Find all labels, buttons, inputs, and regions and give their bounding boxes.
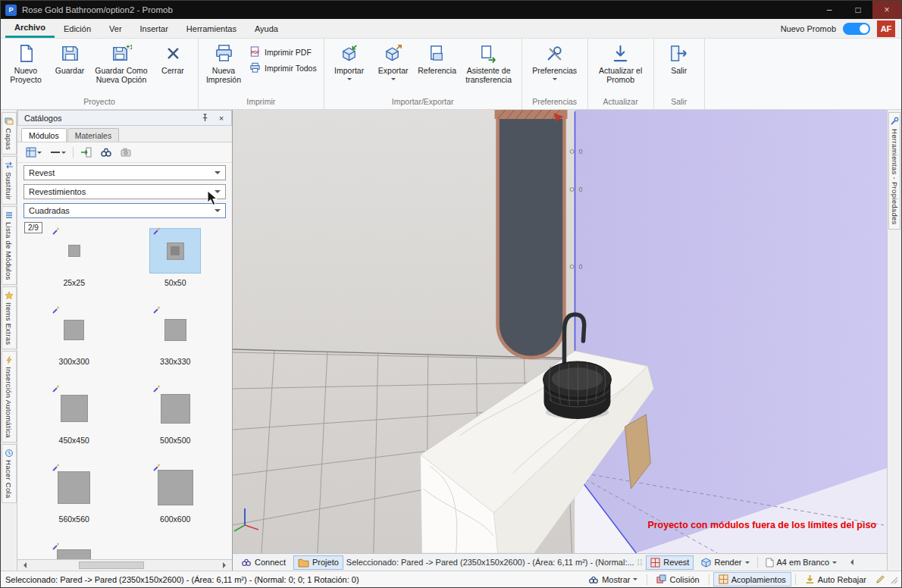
tab-modulos[interactable]: Módulos	[21, 128, 67, 142]
catalog-filter-level2[interactable]: Revestimientos	[23, 184, 226, 199]
separator	[757, 557, 758, 568]
scrollbar-track[interactable]	[30, 560, 220, 571]
catalog-header: Catálogos ×	[17, 110, 232, 126]
wand-icon	[52, 384, 61, 393]
wand-icon	[52, 227, 61, 236]
acoplamientos-button[interactable]: Acoplamientos	[713, 572, 791, 586]
update-promob-button[interactable]: Actualizar el Promob	[591, 41, 650, 95]
preferences-button[interactable]: Preferencias	[525, 41, 584, 95]
catalog-tile-500x500[interactable]: 500x500	[125, 386, 227, 458]
reference-button[interactable]: Referencia	[415, 41, 459, 95]
snap-icon	[719, 574, 728, 584]
connect-button[interactable]: Connect	[236, 555, 290, 570]
collision-icon	[656, 574, 666, 584]
print-all-button[interactable]: Imprimir Todos	[247, 61, 319, 74]
catalog-horizontal-scrollbar[interactable]	[17, 559, 232, 571]
a4-em-branco-button[interactable]: A4 em Branco	[761, 555, 842, 570]
exit-button[interactable]: Salir	[657, 41, 701, 95]
auto-rebajar-button[interactable]: Auto Rebajar	[800, 572, 872, 586]
catalog-tile-25x25[interactable]: 25x25	[23, 229, 125, 301]
save-as-new-option-button[interactable]: +1 Guardar Como Nueva Opción	[92, 41, 151, 95]
insert-module-button[interactable]	[77, 145, 96, 160]
menu-herramientas[interactable]: Herramientas	[177, 19, 246, 38]
catalog-view-button[interactable]	[22, 145, 45, 160]
pin-icon[interactable]	[199, 112, 211, 124]
mostrar-button[interactable]: Mostrar	[583, 572, 643, 587]
ribbon-group-label: Preferencias	[522, 95, 587, 109]
bar-scroll-left[interactable]	[844, 554, 857, 571]
svg-text:PDF: PDF	[252, 50, 259, 55]
print-pdf-button[interactable]: PDF Imprimir PDF	[247, 45, 319, 58]
catalog-tile-450x450[interactable]: 450x450	[23, 386, 125, 458]
catalog-tile-600x600[interactable]: 600x600	[125, 465, 227, 537]
binoculars-icon	[100, 146, 112, 158]
lightning-icon	[5, 355, 14, 364]
new-project-button[interactable]: Nuevo Proyecto	[4, 41, 48, 95]
minimize-button[interactable]: –	[815, 1, 844, 19]
menu-edicion[interactable]: Edición	[55, 19, 100, 38]
line-style-button[interactable]	[46, 145, 69, 160]
nuevo-promob-toggle[interactable]	[843, 23, 870, 35]
separator	[795, 574, 796, 585]
sidebar-tab-capas[interactable]: Capas	[2, 112, 17, 155]
scroll-left-button[interactable]	[17, 560, 30, 571]
sidebar-tab-herramientas-propiedades[interactable]: Herramientas - Propiedades	[888, 112, 900, 230]
import-button[interactable]: Importar	[327, 41, 371, 95]
svg-text:0: 0	[578, 263, 582, 271]
catalog-tile-560x560[interactable]: 560x560	[23, 465, 125, 537]
separator	[73, 147, 74, 158]
maximize-button[interactable]: □	[844, 1, 872, 19]
new-page-icon	[16, 43, 36, 64]
menu-insertar[interactable]: Insertar	[131, 19, 177, 38]
render-button[interactable]: Render	[697, 555, 753, 570]
resize-grip[interactable]	[889, 575, 898, 584]
tools-icon	[544, 43, 565, 64]
pencil-icon[interactable]	[875, 574, 885, 584]
ribbon-group-proyecto: Nuevo Proyecto Guardar +1 Guardar Como N…	[1, 39, 199, 109]
catalog-tile-partial[interactable]	[23, 544, 125, 559]
photo-button[interactable]	[117, 145, 135, 160]
scrollbar-thumb[interactable]	[79, 561, 143, 569]
catalog-tile-300x300[interactable]: 300x300	[23, 308, 125, 380]
menu-archivo[interactable]: Archivo	[5, 19, 55, 38]
menu-ver[interactable]: Ver	[100, 19, 131, 38]
main-area: Capas Sustituir Lista de Módulos Items E…	[1, 110, 901, 571]
catalog-tile-50x50[interactable]: 50x50	[125, 229, 227, 301]
save-button[interactable]: Guardar	[48, 41, 92, 95]
search-button[interactable]	[97, 145, 115, 160]
catalog-tile-330x330[interactable]: 330x330	[125, 308, 227, 380]
close-panel-icon[interactable]: ×	[215, 112, 227, 124]
wand-icon	[52, 463, 61, 472]
tile-grid: 25x25 50x50 300x30	[17, 220, 232, 559]
sidebar-tab-lista-de-modulos[interactable]: Lista de Módulos	[2, 206, 17, 285]
insert-icon	[80, 146, 92, 158]
menu-ayuda[interactable]: Ayuda	[246, 19, 287, 38]
catalog-filter-level1[interactable]: Revest	[23, 165, 226, 180]
transfer-wizard-button[interactable]: Asistente de transferencia	[459, 41, 518, 95]
sidebar-tab-sustituir[interactable]: Sustituir	[2, 156, 17, 205]
revest-button[interactable]: Revest	[646, 555, 694, 570]
export-button[interactable]: Exportar	[371, 41, 415, 95]
titlebar: P Rose Gold Bathroom/option2 - Promob – …	[1, 1, 901, 19]
projeto-button[interactable]: Projeto	[293, 555, 343, 570]
tab-materiales[interactable]: Materiales	[67, 128, 119, 142]
catalog-icon	[25, 146, 37, 158]
wand-icon	[52, 542, 61, 551]
sidebar-tab-insercion-automatica[interactable]: Inserción Automática	[2, 351, 17, 443]
window-controls: – □ ×	[815, 1, 901, 19]
sidebar-tab-hacer-cola[interactable]: Hacer Cola	[2, 444, 17, 503]
close-button[interactable]: ×	[872, 1, 901, 19]
scroll-right-button[interactable]	[220, 560, 232, 571]
chevron-down-icon	[215, 209, 221, 215]
3d-viewport[interactable]: 0 0 0	[233, 110, 887, 553]
colision-button[interactable]: Colisión	[651, 572, 704, 586]
user-badge[interactable]: AF	[877, 20, 895, 37]
wand-icon	[52, 305, 61, 314]
sidebar-tab-items-extras[interactable]: Items Extras	[2, 286, 17, 349]
close-project-button[interactable]: Cerrar	[151, 41, 195, 95]
page-indicator[interactable]: 2/9	[24, 222, 42, 233]
close-x-icon	[163, 43, 183, 64]
catalog-filter-level3[interactable]: Cuadradas	[23, 203, 226, 218]
new-print-button[interactable]: Nueva Impresión	[202, 41, 246, 95]
drag-grip[interactable]: ⁞⁞	[637, 558, 644, 567]
